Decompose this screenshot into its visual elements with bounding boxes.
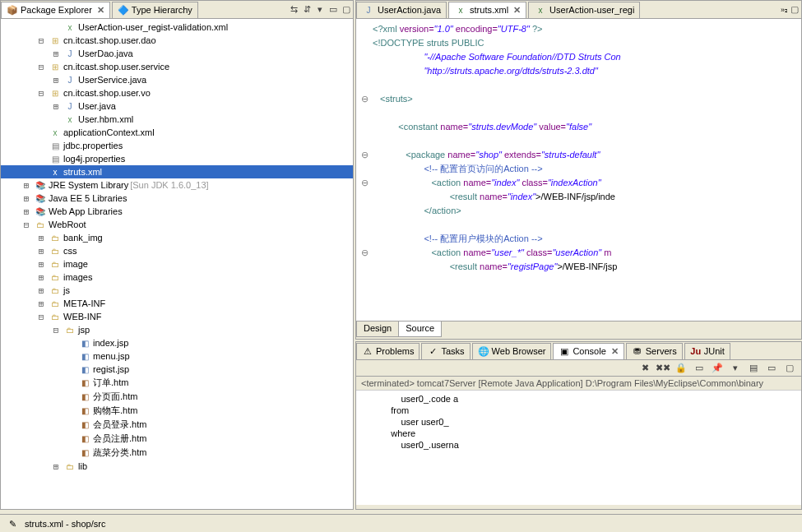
tab-label: Servers xyxy=(646,346,677,356)
maximize-icon[interactable]: ▢ xyxy=(788,3,801,16)
tree-node[interactable]: ⊞📚Java EE 5 Libraries xyxy=(1,192,353,205)
tab-tasks[interactable]: ✓Tasks xyxy=(421,343,470,359)
tree-node[interactable]: ⊞JUserDao.java xyxy=(1,47,353,60)
htm-icon: ◧ xyxy=(78,433,91,445)
close-icon[interactable]: ✕ xyxy=(97,5,104,16)
tree-node[interactable]: ▤log4j.properties xyxy=(1,152,353,165)
tree-node[interactable]: ⊞📚JRE System Library [Sun JDK 1.6.0_13] xyxy=(1,178,353,192)
tree-twisty-icon[interactable]: ⊞ xyxy=(35,233,47,243)
tree-node[interactable]: ◧会员登录.htm xyxy=(1,418,353,432)
tasks-icon: ✓ xyxy=(427,345,438,357)
tree-twisty-icon[interactable]: ⊞ xyxy=(21,180,32,191)
tree-twisty-icon[interactable]: ⊞ xyxy=(35,246,47,257)
tree-node[interactable]: ⊞JUserService.java xyxy=(1,73,353,86)
tree-twisty-icon[interactable]: ⊞ xyxy=(35,285,47,296)
tree-node[interactable]: ⊟🗀WebRoot xyxy=(1,218,353,231)
tree-node[interactable]: ◧regist.jsp xyxy=(1,363,353,376)
tree-node[interactable]: ◧订单.htm xyxy=(1,376,353,390)
more-tabs-indicator[interactable]: »₂ xyxy=(781,6,788,14)
tree-node[interactable]: ⊞🗀js xyxy=(1,284,353,297)
tab-source[interactable]: Source xyxy=(398,322,442,337)
tree-node[interactable]: ⊞🗀META-INF xyxy=(1,297,353,310)
package-explorer-pane: 📦 Package Explorer ✕ 🔷 Type Hierarchy ⇆ … xyxy=(0,0,354,510)
tree-node[interactable]: ⊟⊞cn.itcast.shop.user.dao xyxy=(1,34,353,47)
tree-twisty-icon[interactable]: ⊞ xyxy=(35,259,47,270)
tree-node[interactable]: ⊞🗀image xyxy=(1,257,353,271)
scroll-lock-icon[interactable]: 🔒 xyxy=(675,362,688,375)
tab-web-browser[interactable]: 🌐Web Browser xyxy=(472,343,552,359)
tree-node[interactable]: ⊟⊞cn.itcast.shop.user.vo xyxy=(1,86,353,99)
tree-node[interactable]: ▤jdbc.properties xyxy=(1,139,353,152)
xml-editor[interactable]: <?xml version="1.0" encoding="UTF-8" ?> … xyxy=(356,19,801,321)
tree-node[interactable]: ⊞🗀bank_img xyxy=(1,231,353,244)
jsp-icon: ◧ xyxy=(78,363,91,375)
htm-icon: ◧ xyxy=(78,447,91,459)
minimize-icon[interactable]: ▭ xyxy=(765,362,778,375)
package-tree[interactable]: xUserAction-user_regist-validation.xml⊟⊞… xyxy=(1,19,353,509)
tree-node[interactable]: ◧index.jsp xyxy=(1,336,353,349)
tree-twisty-icon[interactable]: ⊟ xyxy=(50,325,62,335)
tree-label: js xyxy=(63,285,70,295)
tree-node[interactable]: ◧蔬菜分类.htm xyxy=(1,446,353,460)
tab-useraction-java[interactable]: JUserAction.java xyxy=(356,2,447,18)
tree-node[interactable]: ⊞🗀css xyxy=(1,244,353,257)
tree-twisty-icon[interactable]: ⊟ xyxy=(21,220,32,230)
collapse-all-icon[interactable]: ⇆ xyxy=(287,3,300,16)
close-icon[interactable]: ✕ xyxy=(611,346,619,357)
tree-node[interactable]: xUser.hbm.xml xyxy=(1,113,353,126)
tree-twisty-icon[interactable]: ⊞ xyxy=(21,193,32,204)
link-editor-icon[interactable]: ⇵ xyxy=(300,3,313,16)
tree-node[interactable]: ⊟⊞cn.itcast.shop.user.service xyxy=(1,60,353,73)
tab-servers[interactable]: ⛃Servers xyxy=(626,343,683,359)
tree-node[interactable]: ⊞🗀images xyxy=(1,271,353,284)
tree-twisty-icon[interactable]: ⊞ xyxy=(35,298,47,309)
tree-node[interactable]: ◧menu.jsp xyxy=(1,349,353,363)
remove-all-icon[interactable]: ✖✖ xyxy=(656,362,670,375)
tree-node[interactable]: xapplicationContext.xml xyxy=(1,126,353,139)
tree-node[interactable]: xstruts.xml xyxy=(1,165,353,178)
tree-label: cn.itcast.shop.user.service xyxy=(63,62,169,72)
tab-package-explorer[interactable]: 📦 Package Explorer ✕ xyxy=(1,2,110,18)
tab-junit[interactable]: JuJUnit xyxy=(684,343,730,359)
tree-node[interactable]: ⊞🗀lib xyxy=(1,460,353,473)
remove-launch-icon[interactable]: ✖ xyxy=(638,362,651,375)
tree-node[interactable]: ⊞JUser.java xyxy=(1,99,353,113)
tree-twisty-icon[interactable]: ⊞ xyxy=(50,75,62,86)
tree-twisty-icon[interactable]: ⊟ xyxy=(35,35,47,46)
tree-twisty-icon[interactable]: ⊞ xyxy=(50,101,62,112)
tree-twisty-icon[interactable]: ⊟ xyxy=(35,312,47,322)
console-tabbar: ⚠Problems ✓Tasks 🌐Web Browser ▣Console✕ … xyxy=(356,342,801,360)
tab-type-hierarchy[interactable]: 🔷 Type Hierarchy xyxy=(112,2,198,18)
tree-twisty-icon[interactable]: ⊟ xyxy=(35,62,47,72)
maximize-icon[interactable]: ▢ xyxy=(783,362,796,375)
tree-twisty-icon[interactable]: ⊞ xyxy=(50,49,62,59)
tree-twisty-icon[interactable]: ⊞ xyxy=(35,272,47,283)
tree-node[interactable]: xUserAction-user_regist-validation.xml xyxy=(1,21,353,34)
tab-useraction-regi[interactable]: xUserAction-user_regi xyxy=(528,2,640,18)
tree-twisty-icon[interactable]: ⊞ xyxy=(21,206,32,217)
display-selected-icon[interactable]: ▾ xyxy=(729,362,742,375)
tree-node[interactable]: ◧会员注册.htm xyxy=(1,432,353,446)
status-bar: ✎ struts.xml - shop/src xyxy=(0,514,802,532)
tree-node[interactable]: ◧购物车.htm xyxy=(1,404,353,418)
clear-console-icon[interactable]: ▭ xyxy=(693,362,706,375)
tree-node[interactable]: ◧分页面.htm xyxy=(1,390,353,404)
tab-design[interactable]: Design xyxy=(356,322,399,337)
open-console-icon[interactable]: ▤ xyxy=(747,362,760,375)
tab-struts-xml[interactable]: xstruts.xml✕ xyxy=(448,2,526,18)
pin-console-icon[interactable]: 📌 xyxy=(711,362,724,375)
tree-node[interactable]: ⊟🗀jsp xyxy=(1,323,353,336)
tab-console[interactable]: ▣Console✕ xyxy=(553,343,624,359)
close-icon[interactable]: ✕ xyxy=(513,5,521,16)
view-menu-icon[interactable]: ▾ xyxy=(313,3,327,16)
maximize-icon[interactable]: ▢ xyxy=(340,3,353,16)
tab-problems[interactable]: ⚠Problems xyxy=(356,343,420,359)
tree-twisty-icon[interactable]: ⊞ xyxy=(50,461,62,472)
console-output[interactable]: user0_.code a from user user0_ where use… xyxy=(356,391,801,505)
tree-label: User.hbm.xml xyxy=(78,114,133,124)
tree-node[interactable]: ⊟🗀WEB-INF xyxy=(1,310,353,323)
minimize-icon[interactable]: ▭ xyxy=(327,3,340,16)
tree-twisty-icon[interactable]: ⊟ xyxy=(35,88,47,99)
tree-node[interactable]: ⊞📚Web App Libraries xyxy=(1,205,353,218)
tree-label: WebRoot xyxy=(49,220,86,229)
